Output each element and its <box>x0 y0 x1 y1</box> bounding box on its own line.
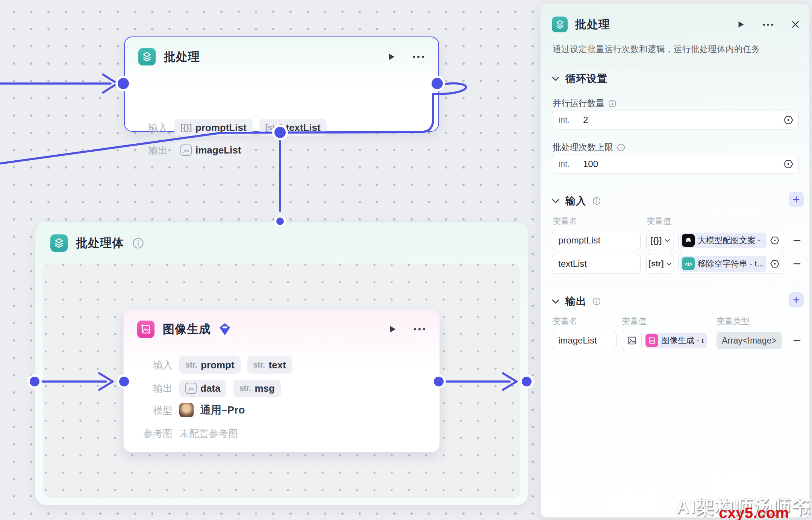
info-icon[interactable] <box>608 99 617 108</box>
batch-body-header: 批处理体 <box>50 234 144 252</box>
input-type-select[interactable]: [str] <box>646 254 674 274</box>
var-chip-imageList: imageList <box>174 141 247 159</box>
body-left-port[interactable] <box>30 377 39 386</box>
input-name-field[interactable]: promptList <box>552 231 641 250</box>
expression-hexagon-icon[interactable] <box>783 114 794 126</box>
info-icon[interactable] <box>617 143 625 152</box>
chevron-down-icon[interactable] <box>552 299 559 304</box>
more-options-icon[interactable] <box>413 327 426 331</box>
batch-body-title: 批处理体 <box>76 235 124 251</box>
output-name-field[interactable]: imageList <box>552 331 617 350</box>
image-gen-icon <box>137 321 155 338</box>
input-value-ref[interactable]: 大模型配图文案 - ( <box>678 231 784 250</box>
image-gen-node[interactable]: 图像生成 输入 str. prompt <box>123 309 440 452</box>
string-type-icon: str. <box>253 360 265 370</box>
reference-image-label: 参考图 <box>132 427 173 440</box>
object-type-icon: [{}] <box>650 236 662 245</box>
remove-input-button[interactable] <box>789 233 804 248</box>
parallel-count-value[interactable]: 2 <box>576 115 783 125</box>
add-output-button[interactable] <box>789 292 804 307</box>
run-node-button[interactable] <box>387 324 397 335</box>
output-value-ref[interactable]: 图像生成 - d... <box>622 331 711 350</box>
node-input-label: 输入 <box>138 121 168 134</box>
var-type-badge: Array<Image> <box>717 332 782 349</box>
node-output-label: 输出 <box>132 382 173 395</box>
batch-node-title: 批处理 <box>164 49 200 65</box>
input-section-title: 输入 <box>565 194 586 208</box>
batch-input-port[interactable] <box>118 78 129 89</box>
more-options-icon[interactable] <box>762 23 774 26</box>
var-chip-text: str. text <box>247 356 292 374</box>
code-node-icon: </> <box>682 257 695 270</box>
close-icon[interactable] <box>791 20 800 29</box>
output-section-title: 输出 <box>565 295 586 308</box>
info-icon[interactable] <box>592 197 601 205</box>
batch-limit-label: 批处理次数上限 <box>553 141 613 153</box>
column-var-value: 变量值 <box>647 216 671 227</box>
parallel-count-input[interactable]: int. 2 <box>552 111 799 129</box>
string-type-icon: str. <box>185 360 197 370</box>
input-name-field[interactable]: textList <box>552 254 641 274</box>
image-gen-title: 图像生成 <box>163 321 211 337</box>
gem-badge-icon <box>219 323 230 336</box>
batch-limit-value[interactable]: 100 <box>576 159 783 169</box>
column-var-value: 变量值 <box>622 316 647 327</box>
more-options-icon[interactable] <box>412 55 425 59</box>
batch-node[interactable]: 批处理 输入 [{}] promptList [str.] textList <box>124 36 439 132</box>
batch-layers-icon <box>50 234 68 252</box>
info-icon[interactable] <box>132 237 144 249</box>
batch-layers-icon <box>138 48 156 65</box>
string-type-icon: [str] <box>648 259 664 269</box>
batch-limit-input[interactable]: int. 100 <box>552 155 799 173</box>
model-avatar <box>179 403 194 417</box>
config-panel: 批处理 通过设定批量运行次数和逻辑，运行批处理体内的任务 循环设置 <box>540 4 810 518</box>
image-type-icon <box>622 333 642 348</box>
input-value-ref[interactable]: </> 移除空字符串 - t... <box>678 254 784 274</box>
watermark-site: cxy5.com <box>719 504 789 520</box>
imggen-output-port[interactable] <box>434 377 444 386</box>
column-var-name: 变量名 <box>553 216 577 227</box>
column-var-type: 变量类型 <box>717 316 750 327</box>
var-chip-data: data <box>179 380 226 397</box>
int-type-label: int. <box>552 115 576 125</box>
remove-output-button[interactable] <box>789 333 804 348</box>
info-icon[interactable] <box>592 297 601 306</box>
var-chip-textList: [str.] textList <box>259 119 327 136</box>
input-type-select[interactable]: [{}] <box>646 231 674 250</box>
image-type-icon <box>180 144 192 156</box>
expression-hexagon-icon[interactable] <box>770 258 780 269</box>
batch-output-port[interactable] <box>432 78 443 89</box>
object-type-icon: [{}] <box>180 123 192 132</box>
chevron-down-icon[interactable] <box>552 199 559 204</box>
var-chip-promptList: [{}] promptList <box>174 119 253 136</box>
edge-arrowhead <box>103 75 117 93</box>
workflow-canvas[interactable]: 批处理体 批处理 <box>0 0 812 520</box>
model-name: 通用–Pro <box>200 403 245 417</box>
chevron-down-icon[interactable] <box>552 76 559 81</box>
var-chip-prompt: str. prompt <box>179 356 241 374</box>
batch-bottom-port[interactable] <box>274 127 286 138</box>
var-chip-msg: str. msg <box>233 380 281 397</box>
loop-settings-title: 循环设置 <box>565 72 607 85</box>
image-type-icon <box>185 383 197 394</box>
run-node-button[interactable] <box>386 52 396 62</box>
chevron-down-icon <box>667 262 672 266</box>
add-input-button[interactable] <box>789 192 804 207</box>
panel-description: 通过设定批量运行次数和逻辑，运行批处理体内的任务 <box>553 43 800 55</box>
chevron-down-icon <box>665 239 670 242</box>
image-gen-node-icon <box>645 334 658 347</box>
remove-input-button[interactable] <box>789 256 804 271</box>
body-top-port[interactable] <box>276 217 284 225</box>
model-label: 模型 <box>132 404 173 417</box>
body-right-port[interactable] <box>522 377 532 386</box>
expression-hexagon-icon[interactable] <box>783 158 794 170</box>
node-input-label: 输入 <box>132 359 173 372</box>
llm-node-icon <box>682 234 695 247</box>
column-var-name: 变量名 <box>553 316 577 327</box>
panel-title: 批处理 <box>575 17 610 32</box>
imggen-input-port[interactable] <box>119 377 129 386</box>
run-node-button[interactable] <box>736 20 745 29</box>
parallel-count-label: 并行运行数量 <box>553 97 604 109</box>
expression-hexagon-icon[interactable] <box>770 235 780 246</box>
int-type-label: int. <box>552 159 576 169</box>
